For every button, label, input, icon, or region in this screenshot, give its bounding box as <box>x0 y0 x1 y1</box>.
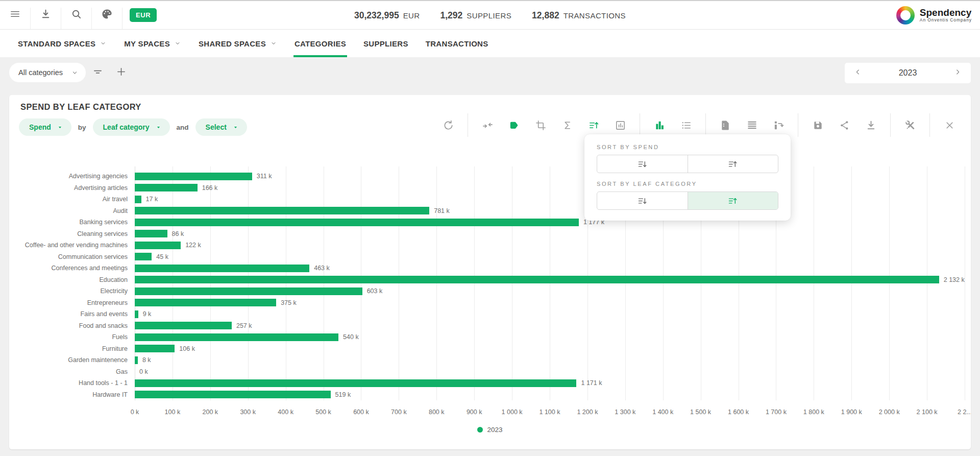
category-label: Electricity <box>9 287 135 295</box>
toolbar-collapse-arrows-button[interactable] <box>474 113 501 137</box>
sort-desc-button[interactable] <box>597 155 688 173</box>
bar[interactable] <box>135 391 331 398</box>
sort-dropdown-panel: SORT BY SPENDSORT BY LEAF CATEGORY <box>584 134 791 221</box>
bar[interactable] <box>135 379 576 387</box>
bar[interactable] <box>135 230 167 237</box>
tab-label: SUPPLIERS <box>363 39 408 48</box>
tab-shared-spaces[interactable]: SHARED SPACES <box>190 30 286 57</box>
bar-value-label: 781 k <box>434 207 450 214</box>
sort-asc-icon <box>727 196 738 206</box>
bar[interactable] <box>135 196 141 203</box>
bar[interactable] <box>135 265 309 272</box>
sort-asc-button[interactable] <box>688 192 778 209</box>
list-icon <box>680 119 692 131</box>
bar[interactable] <box>135 276 939 283</box>
bar[interactable] <box>135 287 362 295</box>
chart-toolbar <box>435 113 963 137</box>
bar[interactable] <box>135 253 152 260</box>
bar-value-label: 9 k <box>143 310 152 318</box>
toolbar-sigma-button[interactable] <box>554 113 580 137</box>
x-tick-label: 1 500 k <box>690 409 711 416</box>
toolbar-share-button[interactable] <box>831 113 857 137</box>
bar[interactable] <box>135 299 276 306</box>
toolbar-file-report-button[interactable] <box>712 113 739 137</box>
bar[interactable] <box>135 173 252 180</box>
chart-row: Hand tools - 1 - 11 171 k <box>9 377 965 389</box>
x-tick-label: 1 000 k <box>502 409 523 416</box>
logo-subtitle: An Onventis Company <box>920 17 972 22</box>
dimension-pills: Spend by Leaf category and Select <box>19 118 247 136</box>
measure-label: Spend <box>29 123 51 131</box>
menu-button[interactable] <box>0 1 30 29</box>
x-tick-label: 2 100 k <box>917 409 938 416</box>
category-filter-select[interactable]: All categories <box>9 63 86 82</box>
bar[interactable] <box>135 207 429 214</box>
topbar-actions: EUR <box>0 1 157 29</box>
measure-select[interactable]: Spend <box>19 118 71 136</box>
category-label: Advertising articles <box>9 184 135 191</box>
bar[interactable] <box>135 310 138 318</box>
crop-icon <box>535 119 547 131</box>
toolbar-tools-button[interactable] <box>897 113 923 137</box>
bar[interactable] <box>135 322 232 329</box>
toolbar-chart-frame-button[interactable] <box>607 113 633 137</box>
chart-card: SPEND BY LEAF CATEGORY Spend by Leaf cat… <box>9 95 971 449</box>
next-year-button[interactable] <box>950 66 965 80</box>
toolbar-crop-button[interactable] <box>527 113 554 137</box>
tab-transactions[interactable]: TRANSACTIONS <box>417 30 497 57</box>
menu-icon <box>9 8 21 22</box>
bar[interactable] <box>135 356 138 364</box>
chart-frame-icon <box>615 119 626 131</box>
x-tick-label: 700 k <box>391 409 407 416</box>
bar-value-label: 45 k <box>156 253 168 260</box>
bar[interactable] <box>135 333 338 341</box>
download-button[interactable] <box>31 1 61 29</box>
bar[interactable] <box>135 184 198 191</box>
tab-my-spaces[interactable]: MY SPACES <box>115 30 190 57</box>
theme-button[interactable] <box>92 1 122 29</box>
toolbar-table-rows-button[interactable] <box>739 113 765 137</box>
filter-button[interactable] <box>86 63 109 82</box>
chart-row: Furniture106 k <box>9 343 965 355</box>
previous-year-button[interactable] <box>851 66 865 80</box>
bar[interactable] <box>135 242 181 249</box>
search-button[interactable] <box>61 1 91 29</box>
secondary-dimension-select[interactable]: Select <box>195 118 247 136</box>
toolbar-tag-button[interactable] <box>501 113 527 137</box>
bar-track: 2 132 k <box>135 276 965 283</box>
sort-asc-icon <box>588 119 600 131</box>
sort-asc-button[interactable] <box>688 155 778 173</box>
toolbar-close-button[interactable] <box>936 113 963 137</box>
dimension-select[interactable]: Leaf category <box>93 118 170 136</box>
add-filter-button[interactable] <box>109 63 133 82</box>
palette-icon <box>101 8 113 22</box>
chart-row: Conferences and meetings463 k <box>9 262 965 274</box>
bar-track: 311 k <box>135 173 965 180</box>
toolbar-sort-asc-button[interactable] <box>580 113 607 137</box>
currency-badge[interactable]: EUR <box>130 8 157 22</box>
bar-track: 9 k <box>135 310 965 318</box>
chart-row: Cleaning services86 k <box>9 228 965 240</box>
bar[interactable] <box>135 219 579 226</box>
stat-spend: 30,232,995 EUR <box>354 10 420 20</box>
sort-segmented-control <box>597 191 778 210</box>
legend-item-2023[interactable]: 2023 <box>9 426 971 434</box>
toolbar-pivot-button[interactable] <box>765 113 792 137</box>
tab-standard-spaces[interactable]: STANDARD SPACES <box>9 30 115 57</box>
sort-desc-button[interactable] <box>597 192 688 209</box>
tab-label: MY SPACES <box>124 39 170 48</box>
bar-track: 375 k <box>135 299 965 306</box>
x-tick-label: 800 k <box>429 409 445 416</box>
stat-value: 1,292 <box>440 10 463 20</box>
tab-suppliers[interactable]: SUPPLIERS <box>355 30 417 57</box>
bar-value-label: 257 k <box>236 322 252 329</box>
dropdown-triangle-icon <box>232 124 239 131</box>
toolbar-download-button[interactable] <box>857 113 884 137</box>
toolbar-refresh-button[interactable] <box>435 113 461 137</box>
tab-categories[interactable]: CATEGORIES <box>286 30 355 57</box>
spendency-logo[interactable]: Spendency An Onventis Company <box>896 6 972 25</box>
bar[interactable] <box>135 345 175 352</box>
toolbar-save-button[interactable] <box>804 113 831 137</box>
toolbar-list-button[interactable] <box>673 113 699 137</box>
toolbar-bar-chart-button[interactable] <box>646 113 673 137</box>
